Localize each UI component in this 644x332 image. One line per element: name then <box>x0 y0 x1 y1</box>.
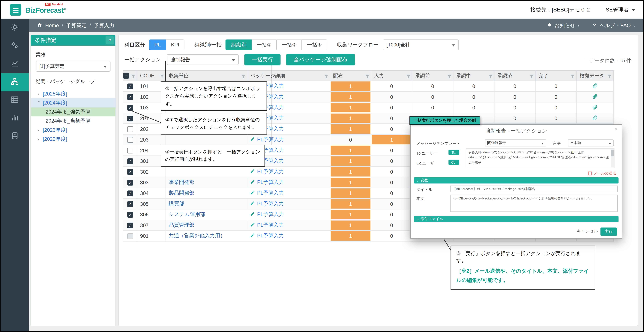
force-distribute-button[interactable]: 全パッケージ強制配布 <box>286 54 355 65</box>
filter-icon[interactable] <box>406 74 410 80</box>
chevron-right-icon: › <box>578 22 580 29</box>
filter-icon[interactable] <box>530 74 534 80</box>
package-detail-link[interactable]: PL予算入力 <box>250 168 284 175</box>
paperclip-icon[interactable] <box>592 94 598 100</box>
row-checkbox[interactable] <box>127 137 133 143</box>
bulk-execute-button[interactable]: 一括実行 <box>244 54 280 65</box>
package-detail-link[interactable]: PL予算入力 <box>250 211 284 218</box>
hamburger-menu-button[interactable] <box>10 4 21 16</box>
row-checkbox[interactable]: ✓ <box>127 201 133 207</box>
input-cell: 0 <box>371 81 412 92</box>
variables-section-header[interactable]: › 変数 <box>414 177 618 184</box>
input-cell: 0 <box>371 145 412 156</box>
tree-year-item[interactable]: ›[2023年度] <box>31 125 116 134</box>
unit-link[interactable]: 購買部 <box>169 201 184 207</box>
unit-link[interactable]: 事業開発部 <box>169 179 194 185</box>
row-checkbox[interactable]: ✓ <box>127 223 133 228</box>
sidebar-item-services[interactable] <box>1 37 29 55</box>
language-label: 言語 <box>553 141 561 146</box>
breadcrumb-item[interactable]: 予算策定 <box>66 22 87 29</box>
package-detail-link[interactable]: PL予算入力 <box>250 232 284 239</box>
help-link[interactable]: ？ ヘルプ・FAQ › <box>592 22 635 29</box>
row-checkbox[interactable]: ✓ <box>127 94 133 100</box>
filter-icon[interactable] <box>366 74 369 80</box>
unit-link[interactable]: 共通（営業外他入力用） <box>169 233 225 239</box>
to-label: To.ユーザー <box>416 151 438 156</box>
sidebar-item-analytics[interactable] <box>1 55 29 73</box>
mail-title-input[interactable]: 【BizForecast】<#--Cube--#>*<#--Package--#… <box>450 186 618 192</box>
paperclip-icon[interactable] <box>592 83 598 89</box>
input-cell: 0 <box>371 209 412 220</box>
row-checkbox[interactable] <box>127 233 133 239</box>
mail-body-input[interactable]: <#--Office--#>の<#--Package--#>が<#--ToOff… <box>450 195 618 212</box>
row-checkbox[interactable]: ✓ <box>127 212 133 218</box>
row-checkbox[interactable]: ✓ <box>127 191 133 196</box>
sidebar-item-database[interactable] <box>1 127 29 145</box>
user-menu[interactable]: SE管理者 <box>606 6 635 14</box>
filter-icon[interactable] <box>448 74 451 80</box>
sidebar-item-reports[interactable] <box>1 109 29 127</box>
package-detail-link[interactable]: PL予算入力 <box>250 179 284 186</box>
cc-button[interactable]: Cc. <box>448 159 459 165</box>
filter-icon[interactable] <box>132 74 135 80</box>
row-checkbox[interactable]: ✓ <box>127 83 133 89</box>
sidebar-item-settings[interactable] <box>1 19 29 37</box>
tab-bulk-2[interactable]: 一括② <box>276 40 302 50</box>
row-checkbox[interactable] <box>127 148 133 153</box>
unit-link[interactable]: システム運用部 <box>169 212 205 217</box>
bulk-action-select[interactable]: 強制報告 <box>167 54 239 65</box>
row-checkbox[interactable]: ✓ <box>127 105 133 110</box>
filter-icon[interactable] <box>571 74 574 80</box>
package-detail-link[interactable]: PL予算入力 <box>250 222 284 229</box>
code-cell: 901 <box>137 231 166 241</box>
tab-pl[interactable]: PL <box>149 40 166 50</box>
close-icon[interactable]: × <box>614 126 618 132</box>
cancel-button[interactable]: キャンセル <box>577 228 598 234</box>
attachments-section-header[interactable]: › 添付ファイル <box>414 216 618 222</box>
business-select[interactable]: [1]予算策定 <box>36 61 110 72</box>
filter-icon[interactable] <box>242 74 245 80</box>
template-select[interactable]: [5]強制報告 <box>485 139 546 146</box>
recipients-field[interactable]: 伊藤大輔<dummy2@xxx.com>;CSM SE管理者<dummy20@x… <box>466 148 614 168</box>
input-cell: 0 <box>371 220 412 231</box>
select-all-checkbox[interactable]: – <box>123 73 129 79</box>
tab-bulk-3[interactable]: 一括③ <box>302 40 327 50</box>
unit-link[interactable]: 品質管理部 <box>169 222 194 228</box>
mail-send-checkbox[interactable] <box>588 172 592 175</box>
tab-by-org[interactable]: 組織別 <box>226 40 252 50</box>
tree-year-item[interactable]: ›[2025年度] <box>31 89 116 98</box>
sidebar-item-sheets[interactable] <box>1 91 29 109</box>
filter-icon[interactable] <box>608 74 612 80</box>
package-detail-link[interactable]: PL予算入力 <box>250 190 284 197</box>
notifications-link[interactable]: お知らせ › <box>547 22 580 29</box>
paperclip-icon[interactable] <box>592 115 598 122</box>
package-detail-link[interactable]: PL予算入力 <box>250 136 284 143</box>
filter-icon[interactable] <box>324 74 328 80</box>
unit-link[interactable]: 製品開発部 <box>169 190 194 196</box>
language-select[interactable]: 日本語 <box>568 139 614 146</box>
filter-icon[interactable] <box>160 74 164 80</box>
row-checkbox[interactable]: ✓ <box>127 180 133 185</box>
to-button[interactable]: To. <box>448 150 459 155</box>
tree-year-item[interactable]: ›[2024年度] <box>31 98 116 107</box>
workflow-select[interactable]: [T000]全社 <box>383 40 459 50</box>
tab-kpi[interactable]: KPI <box>166 40 184 50</box>
execute-button[interactable]: 実行 <box>600 228 617 236</box>
tree-package-item[interactable]: 2024年度_強気予算 <box>31 107 116 116</box>
tree-package-item[interactable]: 2024年度_当初予算 <box>31 116 116 125</box>
tab-bulk-1[interactable]: 一括① <box>251 40 277 50</box>
row-checkbox[interactable]: ✓ <box>127 158 133 164</box>
row-checkbox[interactable] <box>127 126 133 132</box>
filter-icon[interactable] <box>489 74 492 80</box>
row-checkbox[interactable]: ✓ <box>127 169 133 175</box>
edit-icon <box>250 233 255 239</box>
column-header-label: パッケージ詳細 <box>250 73 285 78</box>
collapse-panel-button[interactable]: « <box>106 36 114 44</box>
paperclip-icon[interactable] <box>592 104 598 111</box>
breadcrumb-home[interactable]: Home <box>45 23 59 29</box>
scrollbar-thumb[interactable] <box>611 150 614 156</box>
sidebar-item-organization[interactable] <box>1 73 29 91</box>
package-detail-link[interactable]: PL予算入力 <box>250 200 284 207</box>
row-checkbox[interactable]: ✓ <box>127 116 133 121</box>
tree-year-item[interactable]: ›[2022年度] <box>31 134 116 144</box>
